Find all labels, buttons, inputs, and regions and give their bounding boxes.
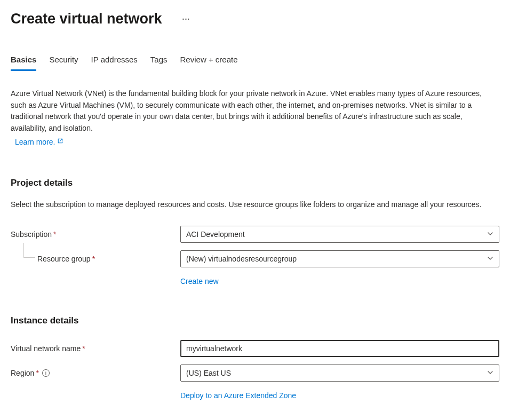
chevron-down-icon bbox=[487, 230, 493, 239]
external-link-icon bbox=[57, 137, 63, 147]
vnet-name-label-text: Virtual network name bbox=[11, 344, 81, 353]
region-label-text: Region bbox=[11, 369, 34, 377]
subscription-value: ACI Development bbox=[186, 230, 245, 239]
resource-group-row: Resource group * (New) virtualnodesresou… bbox=[11, 250, 499, 267]
resource-group-label: Resource group * bbox=[11, 255, 180, 263]
subscription-row: Subscription * ACI Development bbox=[11, 226, 499, 243]
region-row: Region * i (US) East US bbox=[11, 364, 499, 382]
required-indicator: * bbox=[36, 369, 38, 377]
required-indicator: * bbox=[53, 230, 56, 239]
create-new-row: Create new bbox=[11, 273, 499, 286]
subscription-select[interactable]: ACI Development bbox=[180, 226, 499, 243]
deploy-extended-zone-link[interactable]: Deploy to an Azure Extended Zone bbox=[180, 391, 296, 400]
tab-security[interactable]: Security bbox=[49, 55, 78, 71]
resource-group-value: (New) virtualnodesresourcegroup bbox=[186, 255, 297, 263]
region-value: (US) East US bbox=[186, 369, 231, 377]
subscription-label: Subscription * bbox=[11, 230, 180, 239]
vnet-name-row: Virtual network name * bbox=[11, 340, 499, 357]
learn-more-text: Learn more. bbox=[15, 137, 55, 148]
intro-description: Azure Virtual Network (VNet) is the fund… bbox=[11, 89, 482, 132]
chevron-down-icon bbox=[487, 369, 493, 377]
resource-group-select[interactable]: (New) virtualnodesresourcegroup bbox=[180, 250, 499, 267]
tab-ip-addresses[interactable]: IP addresses bbox=[91, 55, 138, 71]
more-icon[interactable]: ··· bbox=[182, 15, 190, 23]
project-details-heading: Project details bbox=[11, 178, 499, 188]
tab-basics[interactable]: Basics bbox=[11, 55, 36, 71]
project-details-description: Select the subscription to manage deploy… bbox=[11, 199, 499, 211]
required-indicator: * bbox=[92, 255, 95, 263]
spacer bbox=[11, 273, 180, 286]
region-label: Region * i bbox=[11, 369, 180, 377]
deploy-extended-row: Deploy to an Azure Extended Zone bbox=[11, 387, 499, 400]
info-icon[interactable]: i bbox=[42, 369, 50, 377]
vnet-name-input[interactable] bbox=[180, 340, 499, 357]
tab-review-create[interactable]: Review + create bbox=[180, 55, 238, 71]
learn-more-link[interactable]: Learn more. bbox=[15, 137, 63, 148]
tabs: Basics Security IP addresses Tags Review… bbox=[11, 55, 499, 71]
tab-tags[interactable]: Tags bbox=[150, 55, 168, 71]
chevron-down-icon bbox=[487, 255, 493, 263]
spacer bbox=[11, 387, 180, 400]
vnet-name-label: Virtual network name * bbox=[11, 344, 180, 353]
region-select[interactable]: (US) East US bbox=[180, 364, 499, 382]
page-title: Create virtual network ··· bbox=[11, 11, 499, 27]
create-new-link[interactable]: Create new bbox=[180, 277, 219, 286]
required-indicator: * bbox=[82, 344, 85, 353]
tree-connector bbox=[23, 243, 35, 258]
instance-details-heading: Instance details bbox=[11, 315, 499, 326]
intro-block: Azure Virtual Network (VNet) is the fund… bbox=[11, 88, 499, 148]
resource-group-label-text: Resource group bbox=[37, 255, 91, 263]
subscription-label-text: Subscription bbox=[11, 230, 52, 239]
page-title-text: Create virtual network bbox=[11, 11, 162, 27]
